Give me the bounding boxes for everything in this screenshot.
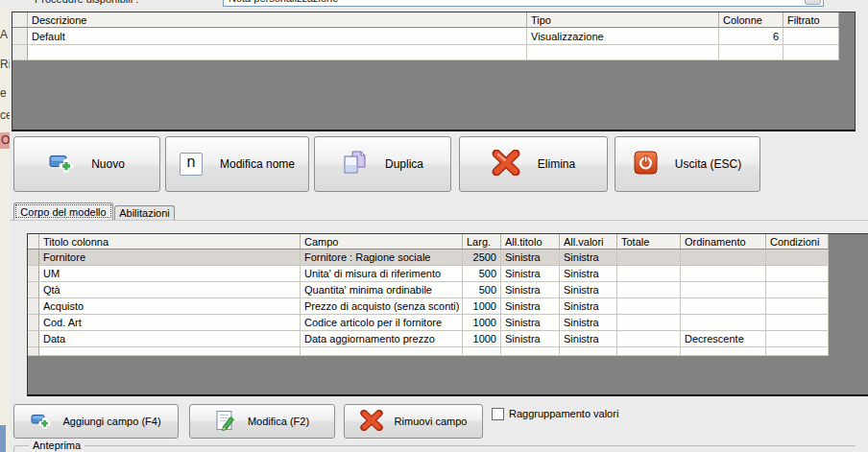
table-cell[interactable]: Sinistra [560, 331, 617, 347]
table-cell[interactable] [301, 347, 463, 356]
table-cell[interactable] [766, 282, 829, 298]
row-selector-cell[interactable] [28, 347, 39, 356]
table-cell[interactable]: Visualizzazione [527, 28, 719, 45]
uscita-button[interactable]: Uscita (ESC) [615, 136, 760, 192]
table-cell[interactable] [681, 347, 766, 356]
column-header-titolo-colonna[interactable]: Titolo colonna [39, 234, 301, 250]
row-selector-cell[interactable] [28, 282, 39, 298]
table-cell[interactable]: 1000 [463, 298, 501, 315]
table-cell[interactable] [719, 45, 784, 60]
table-cell[interactable] [766, 266, 829, 282]
table-cell[interactable] [681, 298, 766, 315]
table-cell[interactable] [39, 347, 301, 356]
table-cell[interactable] [784, 28, 839, 45]
empty-table-row[interactable] [28, 347, 868, 356]
table-cell[interactable] [617, 331, 681, 347]
tab-abilitazioni[interactable]: Abilitazioni [114, 205, 175, 220]
table-cell[interactable]: Fornitore [39, 250, 301, 266]
table-cell[interactable]: 500 [463, 282, 501, 298]
table-cell[interactable]: Sinistra [560, 298, 617, 315]
row-selector-cell[interactable] [28, 266, 39, 282]
table-cell[interactable] [463, 347, 501, 356]
table-cell[interactable]: Sinistra [560, 250, 617, 266]
table-cell[interactable]: Acquisto [39, 298, 301, 315]
column-header-larg[interactable]: Larg. [463, 234, 501, 250]
table-cell[interactable]: Codice articolo per il fornitore [301, 315, 463, 331]
combobox-dropdown-button[interactable] [805, 0, 821, 5]
column-header-totale[interactable]: Totale [617, 234, 681, 250]
table-cell[interactable] [766, 347, 829, 356]
table-row[interactable]: AcquistoPrezzo di acquisto (senza sconti… [28, 298, 868, 315]
table-cell[interactable]: Sinistra [501, 331, 560, 347]
table-cell[interactable]: Sinistra [501, 266, 560, 282]
nuovo-button[interactable]: Nuovo [13, 136, 160, 192]
procedures-combobox[interactable]: Nota personalizzazione [223, 0, 824, 7]
table-cell[interactable]: Sinistra [501, 315, 560, 331]
row-selector-cell[interactable] [28, 298, 39, 315]
empty-table-row[interactable] [12, 45, 855, 60]
table-row[interactable]: Cod. ArtCodice articolo per il fornitore… [28, 315, 868, 331]
duplica-button[interactable]: Duplica [314, 136, 451, 192]
column-header-filtrato[interactable]: Filtrato [784, 12, 839, 28]
row-selector-cell[interactable] [12, 45, 28, 60]
column-header-colonne[interactable]: Colonne [719, 12, 784, 28]
table-cell[interactable] [681, 282, 766, 298]
table-cell[interactable]: 1000 [463, 315, 501, 331]
table-cell[interactable] [681, 315, 766, 331]
table-row[interactable]: DataData aggiornamento prezzo1000Sinistr… [28, 331, 868, 347]
row-selector-cell[interactable] [28, 250, 39, 266]
aggiungi-campo-button[interactable]: Aggiungi campo (F4) [13, 404, 179, 439]
table-cell[interactable]: Prezzo di acquisto (senza sconti) [301, 298, 463, 315]
table-cell[interactable]: Sinistra [560, 315, 617, 331]
table-cell[interactable] [560, 347, 617, 356]
table-row[interactable]: FornitoreFornitore : Ragione sociale2500… [28, 250, 868, 266]
table-cell[interactable]: Unita' di misura di riferimento [301, 266, 463, 282]
table-row[interactable]: UMUnita' di misura di riferimento500Sini… [28, 266, 868, 282]
table-cell[interactable]: Quantita' minima ordinabile [301, 282, 463, 298]
table-cell[interactable] [766, 298, 829, 315]
column-header-campo[interactable]: Campo [301, 234, 463, 250]
table-cell[interactable] [784, 45, 839, 60]
table-cell[interactable]: Sinistra [501, 282, 560, 298]
table-cell[interactable] [681, 250, 766, 266]
row-selector-header[interactable] [12, 12, 28, 28]
tab-corpo-del-modello[interactable]: Corpo del modello [13, 202, 113, 220]
table-cell[interactable]: 500 [463, 266, 501, 282]
table-cell[interactable]: Sinistra [560, 282, 617, 298]
row-selector-cell[interactable] [28, 315, 39, 331]
table-cell[interactable] [527, 45, 719, 60]
table-cell[interactable] [766, 250, 829, 266]
table-cell[interactable] [617, 266, 681, 282]
table-cell[interactable] [501, 347, 560, 356]
rimuovi-campo-button[interactable]: Rimuovi campo [344, 404, 483, 439]
modifica-nome-button[interactable]: n Modifica nome [165, 136, 309, 192]
table-cell[interactable] [617, 282, 681, 298]
table-row[interactable]: QtàQuantita' minima ordinabile500Sinistr… [28, 282, 868, 298]
table-cell[interactable] [617, 347, 681, 356]
table-cell[interactable]: Data [39, 331, 301, 347]
raggruppamento-checkbox[interactable] [492, 408, 504, 420]
column-header-all-valori[interactable]: All.valori [560, 234, 617, 250]
table-cell[interactable]: UM [39, 266, 301, 282]
column-header-all-titolo[interactable]: All.titolo [501, 234, 560, 250]
table-cell[interactable] [28, 45, 527, 60]
column-header-descrizione[interactable]: Descrizione [28, 12, 527, 28]
elimina-button[interactable]: Elimina [459, 136, 608, 192]
table-cell[interactable]: Fornitore : Ragione sociale [301, 250, 463, 266]
table-cell[interactable]: Default [28, 28, 527, 45]
table-cell[interactable]: Qtà [39, 282, 301, 298]
row-selector-cell[interactable] [12, 28, 28, 45]
row-selector-cell[interactable] [28, 331, 39, 347]
table-row[interactable]: DefaultVisualizzazione6 [12, 28, 855, 45]
table-cell[interactable] [766, 331, 829, 347]
table-cell[interactable]: 6 [719, 28, 784, 45]
row-selector-header[interactable] [28, 234, 39, 250]
table-cell[interactable] [617, 298, 681, 315]
table-cell[interactable]: Data aggiornamento prezzo [301, 331, 463, 347]
table-cell[interactable]: Sinistra [501, 298, 560, 315]
table-cell[interactable] [681, 266, 766, 282]
column-header-tipo[interactable]: Tipo [527, 12, 719, 28]
table-cell[interactable]: Decrescente [681, 331, 766, 347]
column-header-condizioni[interactable]: Condizioni [766, 234, 829, 250]
table-cell[interactable]: 2500 [463, 250, 501, 266]
